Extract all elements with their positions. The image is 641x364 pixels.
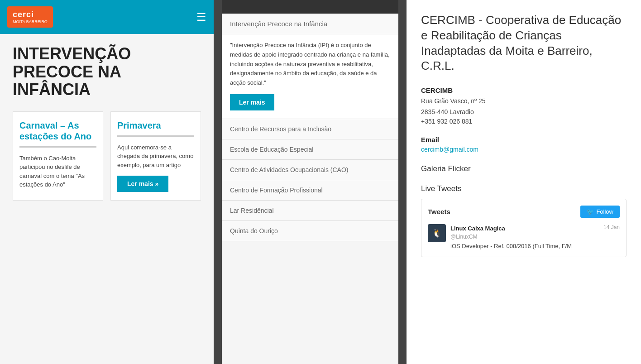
tweets-header: Tweets 🐦 Follow (428, 206, 620, 218)
gallery-label: Galeria Flicker (421, 164, 627, 173)
card-carnaval: Carnaval – As estações do Ano Também o C… (13, 111, 103, 201)
follow-button[interactable]: 🐦 Follow (580, 206, 620, 218)
panel-center-content: Intervenção Precoce na Infância "Interve… (222, 14, 398, 364)
card2-title: Primavera (117, 120, 194, 131)
email-link[interactable]: cercimb@gmail.com (421, 146, 478, 153)
tweet-handle: @LinuxCM (450, 234, 478, 240)
card1-divider (19, 146, 96, 148)
panel-left: cerci MOITA BARREIRO ☰ INTERVENÇÃO PRECO… (0, 0, 214, 364)
email-label: Email (421, 136, 627, 144)
panel-right-content: CERCIMB - Cooperativa de Educação e Reab… (407, 0, 641, 364)
avatar-icon: 🐧 (432, 228, 442, 238)
gallery-section: Galeria Flicker (421, 164, 627, 173)
follow-label: Follow (596, 208, 613, 215)
contact-name: CERCIMB (421, 86, 627, 94)
twitter-icon: 🐦 (587, 208, 594, 215)
panel-center-image (222, 0, 398, 14)
tweet-date: 14 Jan (603, 224, 620, 230)
cards-container: Carnaval – As estações do Ano Também o C… (13, 111, 201, 201)
contact-address2: 2835-440 Lavradio (421, 107, 627, 118)
hamburger-menu-icon[interactable]: ☰ (196, 11, 206, 24)
contact-phone: +351 932 026 881 (421, 118, 627, 125)
menu-item-5[interactable]: Quinta do Ouriço (222, 221, 398, 241)
separator-1 (214, 0, 222, 364)
ler-mais-button[interactable]: Ler mais (230, 94, 274, 110)
card-primavera: Primavera Aqui comemora-se a chegada da … (110, 111, 201, 201)
tweet-item: 🐧 Linux Caixa Magica 14 Jan @LinuxCM iOS… (428, 224, 620, 250)
contact-info: CERCIMB Rua Grão Vasco, nº 25 2835-440 L… (421, 86, 627, 125)
menu-item-1[interactable]: Escola de Educação Especial (222, 139, 398, 160)
tweet-info: Linux Caixa Magica 14 Jan @LinuxCM iOS D… (450, 224, 620, 250)
logo-brand: cerci (13, 10, 48, 19)
tweet-username: Linux Caixa Magica (450, 225, 505, 232)
tweets-title: Tweets (428, 208, 450, 216)
panel-right: CERCIMB - Cooperativa de Educação e Reab… (407, 0, 641, 364)
panel-center: Intervenção Precoce na Infância "Interve… (222, 0, 398, 364)
section-intervencao-text: "Intervenção Precoce na Infância (IPI) é… (230, 41, 390, 88)
tweet-header-row: Linux Caixa Magica 14 Jan @LinuxCM (450, 224, 620, 240)
tweets-label: Live Tweets (421, 184, 627, 193)
section-intervencao: Intervenção Precoce na Infância "Interve… (222, 14, 398, 119)
panel-left-content: INTERVENÇÃO PRECOCE NA INFÂNCIA Carnaval… (0, 34, 214, 364)
page-title: INTERVENÇÃO PRECOCE NA INFÂNCIA (13, 45, 201, 99)
tweet-text: iOS Developer - Ref. 008/2016 (Full Time… (450, 242, 620, 250)
card2-divider (117, 135, 194, 137)
contact-address1: Rua Grão Vasco, nº 25 (421, 96, 627, 107)
menu-item-3[interactable]: Centro de Formação Profissional (222, 180, 398, 201)
header-bar: cerci MOITA BARREIRO ☰ (0, 0, 214, 34)
menu-item-4[interactable]: Lar Residêncial (222, 201, 398, 221)
card1-title: Carnaval – As estações do Ano (19, 120, 96, 142)
menu-item-0[interactable]: Centro de Recursos para a Inclusão (222, 119, 398, 139)
tweets-box: Tweets 🐦 Follow 🐧 Linux Caixa Magica 14 … (421, 199, 627, 257)
card2-ler-mais-button[interactable]: Ler mais » (117, 176, 168, 192)
org-title: CERCIMB - Cooperativa de Educação e Reab… (421, 13, 627, 74)
section-intervencao-body: "Intervenção Precoce na Infância (IPI) é… (222, 34, 398, 119)
logo[interactable]: cerci MOITA BARREIRO (7, 6, 53, 28)
logo-subtitle: MOITA BARREIRO (13, 19, 48, 24)
menu-links: Centro de Recursos para a Inclusão Escol… (222, 119, 398, 241)
tweets-section: Live Tweets Tweets 🐦 Follow 🐧 Linu (421, 184, 627, 257)
tweet-avatar: 🐧 (428, 224, 446, 242)
menu-item-2[interactable]: Centro de Atividades Ocupacionais (CAO) (222, 160, 398, 180)
separator-2 (398, 0, 407, 364)
card1-text: Também o Cao-Moita participou no desfile… (19, 154, 96, 189)
card2-text: Aqui comemora-se a chegada da primavera,… (117, 143, 194, 170)
logo-content: cerci MOITA BARREIRO (13, 10, 48, 24)
email-section: Email cercimb@gmail.com (421, 136, 627, 153)
section-intervencao-header: Intervenção Precoce na Infância (222, 14, 398, 34)
